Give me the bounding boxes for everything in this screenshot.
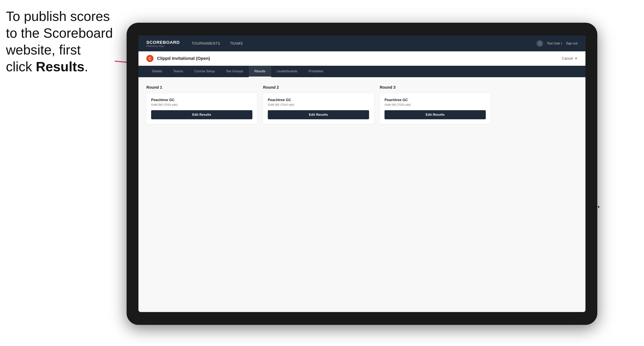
round-3-card: Peachtree GC Gold (M) (7010 yds) Edit Re… [380,93,490,124]
nav-user-text: Test User | [547,42,562,45]
tab-printables[interactable]: Printables [303,66,329,77]
nav-teams[interactable]: TEAMS [230,41,243,46]
close-icon: ✕ [574,56,578,61]
nav-right: 👤 Test User | Sign out [536,40,578,47]
logo-title: SCOREBOARD [146,40,180,45]
signout-link[interactable]: Sign out [566,42,578,45]
round-1-course-name: Peachtree GC [151,98,252,102]
round-2-title: Round 2 [263,85,374,90]
tab-teams[interactable]: Teams [168,66,189,77]
round-1-col: Round 1 Peachtree GC Gold (M) (7010 yds)… [146,85,257,124]
round-2-col: Round 2 Peachtree GC Gold (M) (7010 yds)… [263,85,374,124]
main-content: Round 1 Peachtree GC Gold (M) (7010 yds)… [138,77,586,312]
nav-tournaments[interactable]: TOURNAMENTS [192,41,220,46]
tab-details[interactable]: Details [146,66,168,77]
nav-links: TOURNAMENTS TEAMS [192,41,243,46]
clippd-logo: C [146,55,154,62]
round-2-card: Peachtree GC Gold (M) (7010 yds) Edit Re… [263,93,374,124]
instruction-left: To publish scores to the Scoreboard webs… [6,8,113,75]
tabs-bar: Details Teams Course Setup Tee Groups Re… [138,66,586,77]
round-3-course-details: Gold (M) (7010 yds) [384,103,486,106]
user-icon: 👤 [536,40,543,47]
edit-results-button-2[interactable]: Edit Results [268,110,369,119]
navbar: SCOREBOARD Powered by clippd TOURNAMENTS… [138,35,586,51]
edit-results-button-3[interactable]: Edit Results [384,110,486,119]
rounds-grid: Round 1 Peachtree GC Gold (M) (7010 yds)… [146,85,578,124]
tab-course-setup[interactable]: Course Setup [189,66,220,77]
round-2-course-details: Gold (M) (7010 yds) [268,103,369,106]
round-1-title: Round 1 [146,85,257,90]
tablet-screen: SCOREBOARD Powered by clippd TOURNAMENTS… [138,35,586,312]
tab-results[interactable]: Results [249,66,271,77]
tab-leaderboards[interactable]: Leaderboards [271,66,303,77]
tournament-header: C Clippd Invitational (Open) Cancel ✕ [138,51,586,66]
round-3-title: Round 3 [380,85,490,90]
round-3-course-name: Peachtree GC [384,98,486,102]
logo-subtitle: Powered by clippd [146,45,180,47]
logo: SCOREBOARD Powered by clippd [146,40,180,47]
edit-results-button-1[interactable]: Edit Results [151,110,252,119]
tablet-device: SCOREBOARD Powered by clippd TOURNAMENTS… [126,23,597,325]
tab-tee-groups[interactable]: Tee Groups [220,66,249,77]
round-3-col: Round 3 Peachtree GC Gold (M) (7010 yds)… [380,85,490,124]
tournament-title-row: C Clippd Invitational (Open) [146,55,210,62]
round-2-course-name: Peachtree GC [268,98,369,102]
cancel-button[interactable]: Cancel ✕ [562,56,578,61]
tournament-name: Clippd Invitational (Open) [157,56,210,61]
round-1-card: Peachtree GC Gold (M) (7010 yds) Edit Re… [146,93,257,124]
content-area: C Clippd Invitational (Open) Cancel ✕ De… [138,51,586,312]
round-1-course-details: Gold (M) (7010 yds) [151,103,252,106]
